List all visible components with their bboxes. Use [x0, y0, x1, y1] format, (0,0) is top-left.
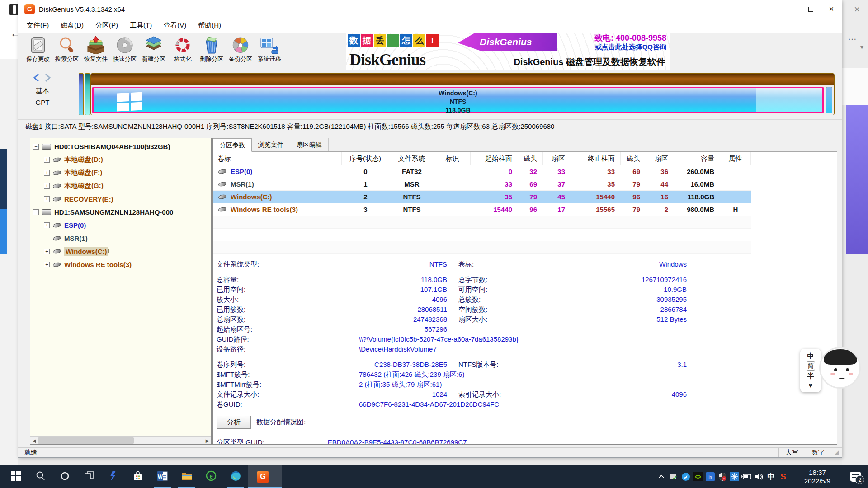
- toolbar-recover-files-button[interactable]: 恢复文件: [81, 33, 110, 63]
- partition-bar-msr[interactable]: [85, 73, 90, 115]
- disk-bar-header[interactable]: [91, 74, 834, 85]
- tree-item-HD1-SAMSUNGMZNLN128HAHQ-000[interactable]: −HD1:SAMSUNGMZNLN128HAHQ-000: [30, 206, 211, 219]
- menu-item-1[interactable]: 磁盘(D): [55, 19, 90, 32]
- tree-expander-icon[interactable]: −: [33, 209, 39, 215]
- tree-item-HD0-TOSHIBAMQ04ABF100-932GB-[interactable]: −HD0:TOSHIBAMQ04ABF100(932GB): [30, 140, 211, 153]
- scrollbar-thumb[interactable]: [38, 437, 134, 444]
- resize-grip[interactable]: ◢: [831, 448, 842, 457]
- tree-expander-icon[interactable]: +: [44, 262, 50, 267]
- table-row-MSR-1-[interactable]: MSR(1)1MSR33693735794416.0MB: [213, 178, 751, 191]
- taskbar-start-button[interactable]: [4, 465, 28, 488]
- minimize-button[interactable]: [779, 0, 800, 18]
- tree-expander-icon[interactable]: +: [44, 196, 50, 202]
- toolbar-delete-partition-button[interactable]: 删除分区: [197, 33, 226, 63]
- ime-item-1[interactable]: 简: [807, 361, 815, 371]
- tray-messenger-bird-icon[interactable]: [679, 465, 692, 488]
- table-row-Windows-RE-tools-3-[interactable]: Windows RE tools(3)3NTFS1544096171556579…: [213, 203, 751, 216]
- tree-item------F--[interactable]: +本地磁盘(F:): [30, 166, 211, 179]
- tray-intel-graphics-icon[interactable]: in: [704, 465, 716, 488]
- taskbar-cortana-button[interactable]: [52, 465, 77, 488]
- action-center-button[interactable]: 2: [845, 465, 865, 488]
- analyze-button[interactable]: 分析: [217, 416, 251, 429]
- menu-item-5[interactable]: 帮助(H): [192, 19, 227, 32]
- menu-item-3[interactable]: 工具(T): [124, 19, 158, 32]
- tray-sogou-icon[interactable]: S: [777, 465, 789, 488]
- taskbar-task-view-button[interactable]: [77, 465, 101, 488]
- partition-detail-panel: 分区参数浏览文件扇区编辑 卷标序号(状态)文件系统标识起始柱面磁头扇区终止柱面磁…: [212, 138, 837, 445]
- detail-label: 总容量:: [217, 275, 307, 285]
- tree-expander-icon[interactable]: +: [44, 222, 50, 228]
- menu-item-4[interactable]: 查看(V): [158, 19, 192, 32]
- detail-label: 扇区大小:: [458, 314, 544, 324]
- taskbar-flash-button[interactable]: [101, 465, 126, 488]
- tab-扇区编辑[interactable]: 扇区编辑: [290, 138, 329, 151]
- tree-item-RECOVERY-E--[interactable]: +RECOVERY(E:): [30, 192, 211, 206]
- ime-avatar[interactable]: [819, 347, 861, 389]
- tree-item-Windows-RE-tools-3-[interactable]: +Windows RE tools(3): [30, 258, 211, 271]
- desktop-strip-purple: [846, 105, 868, 254]
- toolbar-backup-partition-button[interactable]: 备份分区: [226, 33, 255, 63]
- taskbar-internet-explorer-button[interactable]: e: [199, 465, 223, 488]
- table-row-Windows-C--[interactable]: Windows(C:)2NTFS357945154409616118.0GB: [213, 191, 751, 203]
- ime-floating-panel[interactable]: 中简半♥: [800, 349, 821, 392]
- ime-item-3[interactable]: ♥: [809, 381, 813, 389]
- table-row-ESP-0-[interactable]: ESP(0)0FAT3203233336936260.0MB: [213, 165, 751, 178]
- tree-expander-icon[interactable]: −: [33, 144, 39, 150]
- prev-disk-icon[interactable]: [33, 73, 41, 82]
- toolbar-search-partition-button[interactable]: 搜索分区: [52, 33, 81, 63]
- taskbar-file-explorer-button[interactable]: [175, 465, 199, 488]
- maximize-button[interactable]: [800, 0, 821, 18]
- scroll-right-icon[interactable]: ▶: [203, 437, 211, 444]
- toolbar-format-partition-button[interactable]: 格式化: [168, 33, 197, 63]
- partition-bar-re-tools[interactable]: [826, 87, 832, 113]
- tray-snowflake-icon[interactable]: [728, 465, 741, 488]
- tree-item-Windows-C--[interactable]: +Windows(C:): [30, 245, 211, 258]
- scroll-left-icon[interactable]: ◀: [30, 437, 38, 444]
- taskbar-store-button[interactable]: [126, 465, 150, 488]
- tray-antivirus-ok-icon[interactable]: ✓: [667, 465, 679, 488]
- tree-expander-icon[interactable]: +: [44, 170, 50, 176]
- toolbar-save-changes-button[interactable]: 保存更改: [24, 33, 52, 63]
- close-button[interactable]: ×: [821, 0, 842, 18]
- tray-hidden-icons-chevron-icon[interactable]: [655, 465, 667, 488]
- tray-defender-alert-icon[interactable]: ×: [716, 465, 728, 488]
- disk-type-labels: 基本GPT: [30, 85, 55, 108]
- next-disk-icon[interactable]: [43, 73, 52, 82]
- menu-item-0[interactable]: 文件(F): [21, 19, 55, 32]
- toolbar-new-partition-button[interactable]: 新建分区: [139, 33, 168, 63]
- partition-bar-esp[interactable]: [79, 73, 84, 115]
- background-close-icon[interactable]: ×: [854, 4, 860, 15]
- partition-bar-windows-c[interactable]: Windows(C:)NTFS118.0GB: [92, 87, 824, 113]
- tray-volume-icon[interactable]: [753, 465, 765, 488]
- tray-nvidia-icon[interactable]: [692, 465, 704, 488]
- tree-expander-icon[interactable]: +: [44, 157, 50, 163]
- promo-banner[interactable]: 数据丢怎么! DiskGenius 致电: 400-008-9958 或点击此处…: [346, 33, 670, 70]
- taskbar-edge-button[interactable]: [223, 465, 248, 488]
- taskbar-clock[interactable]: 18:37 2022/5/9: [794, 468, 841, 485]
- taskbar-word-button[interactable]: W: [150, 465, 175, 488]
- tree-horizontal-scrollbar[interactable]: ◀ ▶: [30, 436, 211, 444]
- taskbar-diskgenius-button[interactable]: G: [248, 465, 282, 488]
- tray-ime-chinese-icon[interactable]: 中: [765, 465, 777, 488]
- ime-item-2[interactable]: 半: [807, 372, 814, 380]
- tab-分区参数[interactable]: 分区参数: [213, 138, 252, 152]
- tree-item-MSR-1-[interactable]: MSR(1): [30, 232, 211, 245]
- tree-item------D--[interactable]: +本地磁盘(D:): [30, 153, 211, 166]
- tray-power-icon[interactable]: [741, 465, 753, 488]
- tree-expander-icon[interactable]: +: [44, 249, 50, 254]
- tree-item------G--[interactable]: +本地磁盘(G:): [30, 179, 211, 192]
- tab-浏览文件[interactable]: 浏览文件: [252, 138, 290, 151]
- cell-ec: 33: [571, 168, 621, 175]
- desktop-strip-navy: [0, 149, 7, 209]
- background-more-icon[interactable]: …: [848, 32, 857, 42]
- task-view-icon: [84, 471, 94, 483]
- tree-expander-icon[interactable]: +: [44, 183, 50, 189]
- cell-ss: 33: [543, 168, 571, 175]
- toolbar-quick-partition-button[interactable]: 快速分区: [110, 33, 139, 63]
- toolbar-system-migration-button[interactable]: 系统迁移: [255, 33, 284, 63]
- ime-item-0[interactable]: 中: [807, 352, 814, 360]
- tree-item-ESP-0-[interactable]: +ESP(0): [30, 219, 211, 232]
- cell-eh: 69: [621, 168, 646, 175]
- menu-item-2[interactable]: 分区(P): [90, 19, 124, 32]
- taskbar-search-button[interactable]: [28, 465, 52, 488]
